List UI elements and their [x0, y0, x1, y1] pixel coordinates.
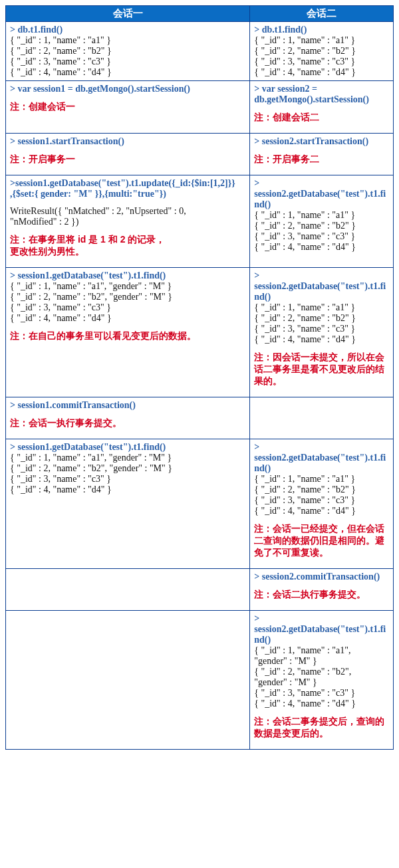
output-line: { "_id" : 2, "name" : "b2",: [254, 667, 351, 677]
note: 注：会话二事务提交后，查询的: [254, 716, 384, 726]
output-line: { "_id" : 3, "name" : "c3" }: [254, 688, 355, 698]
command: ,{$set:{ gender: "M" }},{multi:"true"}): [10, 189, 166, 199]
note: 注：会话一执行事务提交。: [10, 417, 122, 428]
prompt: >: [254, 271, 259, 280]
r1-right: > db.t1.find() { "_id" : 1, "name" : "a1…: [250, 22, 394, 81]
output-line: { "_id" : 3, "name" : "c3" }: [254, 56, 355, 66]
output-line: { "_id" : 2, "name" : "b2" }: [254, 313, 356, 323]
note: 注：在自己的事务里可以看见变更后的数据。: [10, 330, 196, 341]
note: 免了不可重复读。: [254, 547, 329, 558]
command: > var session1 = db.getMongo().startSess…: [10, 84, 190, 94]
command: > session1.getDatabase("test").t1.find(): [10, 271, 166, 280]
command: > session1.commitTransaction(): [10, 400, 136, 410]
command: > db.t1.find(): [10, 25, 63, 35]
output-line: { "_id" : 4, "name" : "d4" }: [254, 242, 356, 252]
session-comparison-table: 会话一 会话二 > db.t1.find() { "_id" : 1, "nam…: [5, 5, 394, 750]
r4-right: > session2.getDatabase("test").t1.fi nd(…: [250, 175, 394, 268]
note: 注：会话一已经提交，但在会话: [254, 523, 384, 534]
r2-right: > var session2 = db.getMongo().startSess…: [250, 81, 394, 134]
note: 果的。: [254, 376, 282, 386]
r5-right: > session2.getDatabase("test").t1.fi nd(…: [250, 268, 394, 397]
r7-left: > session1.getDatabase("test").t1.find()…: [6, 439, 250, 569]
output-line: { "_id" : 2, "name" : "b2" }: [254, 46, 356, 56]
command: nd(): [254, 199, 271, 209]
output-line: { "_id" : 4, "name" : "d4" }: [254, 67, 356, 77]
output-line: "gender" : "M" }: [254, 656, 317, 666]
r2-left: > var session1 = db.getMongo().startSess…: [6, 81, 250, 134]
command: > db.t1.find(): [254, 25, 307, 35]
note: 注：创建会话一: [10, 101, 75, 112]
prompt: >: [254, 442, 259, 452]
output-line: { "_id" : 1, "name" : "a1", "gender" : "…: [10, 281, 172, 291]
command: session2.getDatabase("test").t1.fi: [254, 453, 386, 463]
output-line: { "_id" : 1, "name" : "a1" }: [10, 35, 111, 45]
output-line: { "_id" : 1, "name" : "a1" }: [254, 210, 355, 220]
r8-right: > session2.commitTransaction() 注：会话二执行事务…: [250, 569, 394, 611]
command: > var session2 =: [254, 84, 317, 94]
note: 注：开启事务二: [254, 154, 319, 164]
output-line: "nModified" : 2 }): [10, 217, 78, 227]
r3-right: > session2.startTransaction() 注：开启事务二: [250, 134, 394, 175]
header-session1: 会话一: [6, 6, 250, 22]
command: > session2.startTransaction(): [254, 136, 368, 146]
r4-left: >session1.getDatabase("test").t1.update(…: [6, 175, 250, 268]
r7-right: > session2.getDatabase("test").t1.fi nd(…: [250, 439, 394, 569]
note: 数据是变更后的。: [254, 728, 329, 738]
command: session2.getDatabase("test").t1.fi: [254, 624, 386, 634]
command: nd(): [254, 635, 271, 645]
note: 二查询的数据仍旧是相同的。避: [254, 535, 384, 546]
prompt: >: [254, 613, 259, 623]
r8-left-empty: [6, 569, 250, 611]
command: > session1.getDatabase("test").t1.find(): [10, 442, 166, 452]
r9-left-empty: [6, 611, 250, 750]
output-line: { "_id" : 3, "name" : "c3" }: [10, 474, 111, 484]
command: db.getMongo().startSession(): [254, 94, 369, 104]
output-line: { "_id" : 4, "name" : "d4" }: [254, 506, 356, 516]
output-line: { "_id" : 1, "name" : "a1" }: [254, 474, 355, 484]
output-line: { "_id" : 2, "name" : "b2", "gender" : "…: [10, 292, 172, 302]
command: > session1.startTransaction(): [10, 136, 124, 146]
command: nd(): [254, 292, 271, 302]
output-line: { "_id" : 4, "name" : "d4" }: [254, 699, 356, 708]
command: session2.getDatabase("test").t1.fi: [254, 189, 386, 199]
note: 更改性别为男性。: [10, 246, 84, 257]
output-line: { "_id" : 4, "name" : "d4" }: [254, 334, 356, 344]
output-line: { "_id" : 2, "name" : "b2" }: [10, 46, 112, 56]
output-line: { "_id" : 2, "name" : "b2", "gender" : "…: [10, 463, 172, 473]
output-line: { "_id" : 1, "name" : "a1" }: [254, 35, 355, 45]
output-line: { "_id" : 4, "name" : "d4" }: [10, 313, 112, 323]
output-line: { "_id" : 3, "name" : "c3" }: [254, 495, 355, 505]
output-line: { "_id" : 3, "name" : "c3" }: [10, 302, 111, 312]
r3-left: > session1.startTransaction() 注：开启事务一: [6, 134, 250, 175]
r5-left: > session1.getDatabase("test").t1.find()…: [6, 268, 250, 397]
command: session2.getDatabase("test").t1.fi: [254, 281, 386, 291]
note: 话二事务里是看不见更改后的结: [254, 364, 384, 374]
output-line: WriteResult({ "nMatched" : 2, "nUpserted…: [10, 206, 186, 216]
output-line: { "_id" : 4, "name" : "d4" }: [10, 67, 112, 77]
output-line: { "_id" : 1, "name" : "a1", "gender" : "…: [10, 453, 172, 463]
r9-right: > session2.getDatabase("test").t1.fi nd(…: [250, 611, 394, 750]
command: nd(): [254, 463, 271, 473]
note: 注：会话二执行事务提交。: [254, 589, 366, 599]
note: 注：开启事务一: [10, 154, 75, 164]
command: >session1.getDatabase("test").t1.update(…: [10, 178, 235, 188]
output-line: { "_id" : 4, "name" : "d4" }: [10, 485, 112, 494]
note: 注：在事务里将 id 是 1 和 2 的记录，: [10, 234, 165, 245]
output-line: { "_id" : 3, "name" : "c3" }: [10, 56, 111, 66]
output-line: { "_id" : 1, "name" : "a1" }: [254, 302, 355, 312]
r6-right-empty: [250, 397, 394, 439]
header-session2: 会话二: [250, 6, 394, 22]
output-line: { "_id" : 3, "name" : "c3" }: [254, 231, 355, 241]
output-line: { "_id" : 3, "name" : "c3" }: [254, 324, 355, 334]
r6-left: > session1.commitTransaction() 注：会话一执行事务…: [6, 397, 250, 439]
output-line: { "_id" : 2, "name" : "b2" }: [254, 485, 356, 494]
output-line: { "_id" : 1, "name" : "a1",: [254, 645, 350, 655]
output-line: "gender" : "M" }: [254, 677, 317, 687]
r1-left: > db.t1.find() { "_id" : 1, "name" : "a1…: [6, 22, 250, 81]
command: > session2.commitTransaction(): [254, 572, 380, 582]
output-line: { "_id" : 2, "name" : "b2" }: [254, 221, 356, 231]
note: 注：因会话一未提交，所以在会: [254, 352, 384, 362]
prompt: >: [254, 178, 259, 188]
note: 注：创建会话二: [254, 112, 319, 122]
